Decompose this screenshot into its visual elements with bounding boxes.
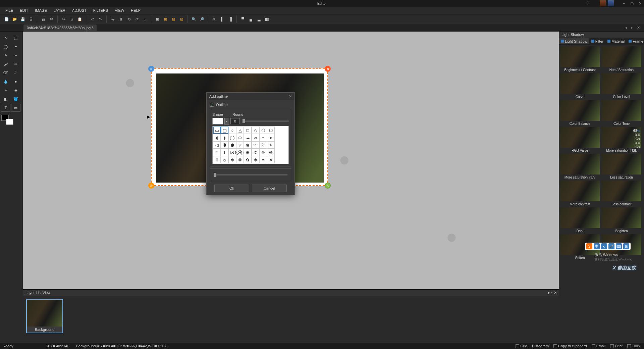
ime-bar[interactable]: S 中 •, 🎤 ⌨ ⊞ [585,243,631,250]
shape-hexagon[interactable]: ⬡ [267,127,275,134]
rotate-left-icon[interactable]: ⟲ [125,16,132,22]
effect-item[interactable]: More saturation YUV [560,154,600,180]
effect-item[interactable]: Less contrast [602,181,641,207]
shape-selected-preview[interactable] [212,118,223,124]
print-icon[interactable]: 🖨 [40,16,47,22]
shape-blob5[interactable]: ✾ [228,156,236,163]
maximize-button[interactable]: ▢ [628,0,636,7]
pointer-icon[interactable]: ↖ [211,16,218,22]
effect-item[interactable]: Hue / Saturation [602,46,641,72]
extra-slider[interactable] [214,174,287,176]
expand-icon[interactable]: ⛶ [587,1,590,5]
flip-v-icon[interactable]: ⇵ [117,16,124,22]
effect-item[interactable]: More contrast [560,181,600,207]
shape-star6[interactable]: ✧ [267,141,275,149]
ok-button[interactable]: Ok [214,185,249,192]
status-email[interactable]: Email [592,344,606,348]
shape-triangle[interactable]: △ [236,127,244,134]
shape-heart[interactable]: ♡ [259,141,267,149]
selection-handle-rotate[interactable]: ⟳ [148,183,154,189]
shape-splat2[interactable]: ✲ [252,149,259,156]
shape-splat4[interactable]: ❋ [267,149,275,156]
smudge-tool[interactable]: ☄ [11,69,20,77]
shape-blob7[interactable]: ✿ [244,156,252,163]
tab-material[interactable]: Material [605,38,627,44]
zoom-out-icon[interactable]: 🔎 [199,16,205,22]
outline-checkbox[interactable]: ✓ [210,103,214,107]
document-tab[interactable]: 0af6eb24c5182e7f405855fc5fcf80b.jpg * [23,24,97,31]
shape-star5[interactable]: ☆ [236,141,244,149]
ime-punct[interactable]: •, [601,243,607,249]
shape-para[interactable]: ▱ [252,134,259,141]
shape-blob10[interactable]: ✷ [267,156,275,163]
effect-item[interactable]: Less saturation [602,154,641,180]
dialog-close-icon[interactable]: ✕ [289,94,292,99]
status-zoom[interactable]: 100% [627,344,641,348]
menu-help[interactable]: HELP [128,8,143,13]
shape-arrow[interactable]: ➤ [267,134,275,141]
shape-blob9[interactable]: ✶ [259,156,267,163]
align-middle-icon[interactable]: ▄ [248,16,254,22]
effect-item[interactable]: Brightness / Contrast [560,46,600,72]
clone-tool[interactable]: ⌖ [1,87,10,94]
shape-trap[interactable]: ⏢ [259,134,267,141]
effect-item[interactable]: Dark [560,207,600,234]
save-icon[interactable]: 💾 [19,16,26,22]
effect-item[interactable]: Color Balance [560,100,600,126]
recent-thumb-2[interactable] [608,0,614,6]
saveall-icon[interactable]: 🗄 [28,16,34,22]
effect-item[interactable]: Color Level [602,73,641,99]
align-center-icon[interactable]: ▐ [227,16,234,22]
ime-logo[interactable]: S [586,243,592,249]
background-color[interactable] [6,119,13,125]
shape-circle[interactable]: ○ [228,127,236,134]
histogram-icon[interactable]: ▮▯ [264,16,270,22]
cancel-button[interactable]: Cancel [252,185,287,192]
status-grid[interactable]: Grid [516,344,527,348]
ime-lang[interactable]: 中 [594,243,600,249]
skew-icon[interactable]: ▱ [142,16,148,22]
flip-h-icon[interactable]: ⇋ [109,16,116,22]
close-button[interactable]: ✕ [636,0,644,7]
selection-handle-menu[interactable]: ≡ [148,66,154,72]
status-copy[interactable]: Copy to clipboard [553,344,587,348]
shape-blob4[interactable]: ☼ [221,156,228,163]
menu-image[interactable]: IMAGE [32,8,49,13]
effect-item[interactable]: RGB Value [560,127,600,153]
shape-tri2[interactable]: ◁ [213,141,221,149]
shape-poly[interactable]: ⬢ [228,141,236,149]
slider-thumb[interactable] [243,119,245,123]
shape-rect[interactable]: ▭ [213,127,221,134]
minimize-button[interactable]: − [620,0,628,7]
color-swatch[interactable] [1,115,13,125]
shape-crown[interactable]: ♕ [213,156,221,163]
email-icon[interactable]: ✉ [48,16,55,22]
layer-close-icon[interactable]: ✕ [554,291,557,295]
undo-icon[interactable]: ↶ [89,16,96,22]
wand-tool[interactable]: ✦ [11,43,20,50]
eraser-tool[interactable]: ⌫ [1,69,10,77]
shape-splat3[interactable]: ✵ [259,149,267,156]
shape-dropdown-button[interactable]: ▾ [224,118,229,124]
shape-roundrect[interactable]: ▢ [221,127,228,134]
cut-icon[interactable]: ✂ [60,16,67,22]
shape-splat[interactable]: ✺ [244,149,252,156]
eyedropper-tool[interactable]: 💧 [1,78,10,85]
menu-adjust[interactable]: ADJUST [69,8,89,13]
shape-blob8[interactable]: ❃ [252,156,259,163]
layer-item[interactable]: Background [26,299,63,333]
ime-grid[interactable]: ⊞ [623,243,629,249]
brush-tool[interactable]: 🖌 [1,60,10,68]
shape-egg[interactable]: ⬭ [236,134,244,141]
open-icon[interactable]: 📂 [11,16,18,22]
status-print[interactable]: Print [610,344,623,348]
bucket-tool[interactable]: 🪣 [11,95,20,103]
shape-person[interactable]: ☥ [213,149,221,156]
effect-item[interactable]: Curve [560,73,600,99]
shape-cloud[interactable]: ☁ [244,134,252,141]
shape-oval[interactable]: ◯ [228,134,236,141]
crop-tool[interactable]: ✂ [11,52,20,59]
grid-icon[interactable]: ⊞ [154,16,161,22]
text-tool[interactable]: T [1,104,10,111]
tab-light-shadow[interactable]: Light Shadow [559,38,589,44]
